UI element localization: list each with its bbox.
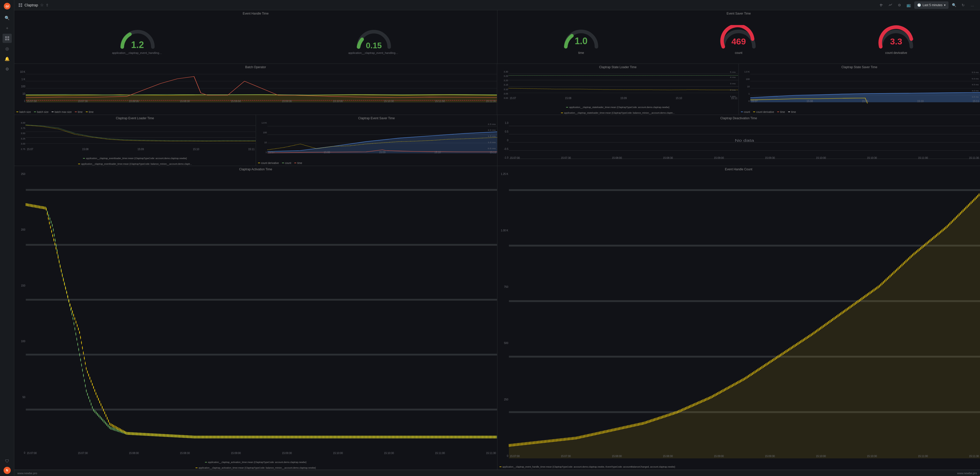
panel-event-saver-time: Event Saver Time 1.0 time [497, 10, 980, 64]
sidebar-item-config[interactable]: ⚙ [3, 64, 12, 73]
svg-text:2.5 ms: 2.5 ms [488, 123, 496, 125]
x-axis-activation: 15:07:00 15:07:30 15:08:00 15:08:30 15:0… [26, 451, 497, 455]
svg-text:1.0 ms: 1.0 ms [488, 141, 496, 143]
y-axis-activation: 250 200 150 100 50 0 [14, 172, 26, 455]
svg-rect-9 [21, 5, 22, 7]
chart-row-3: Claptrap Event Loader Time 4.00 3.75 3.5… [14, 115, 980, 166]
star-icon[interactable]: ☆ [40, 3, 44, 7]
gauge-1-0-time: 1.0 time [503, 25, 660, 55]
legend-act-1: application__claptrap_activation_timer.m… [205, 461, 307, 463]
sidebar-item-shield[interactable]: 🛡 [3, 457, 12, 466]
chart-area-deactivation: No data [509, 121, 980, 160]
svg-rect-8 [19, 5, 20, 7]
bottombar-right: www.newbe.pro [957, 472, 977, 475]
add-panel-button[interactable] [878, 2, 885, 9]
sidebar-item-alerting[interactable]: 🔔 [3, 54, 12, 63]
chart-row-2: Batch Operator 10 K 1 K 100 10 1 [14, 64, 980, 115]
legend-batch-time-2: time [86, 110, 94, 113]
chart-body-deactivation: 1.0 0.5 0 -0.5 -1.0 No data [497, 121, 980, 166]
user-avatar[interactable]: N [3, 467, 11, 474]
gauge-row: Event Handle Time 1.2 [14, 10, 980, 64]
settings-button[interactable]: ⚙ [896, 2, 903, 9]
svg-text:5 ms: 5 ms [730, 71, 736, 73]
x-axis-state-saver: 15:07 15:08 15:09 15:10 15:11 [750, 99, 980, 104]
svg-text:3.5 ms: 3.5 ms [972, 96, 978, 98]
sidebar-item-dashboard[interactable] [3, 34, 12, 43]
zoom-out-button[interactable]: 🔍 [950, 2, 958, 9]
panel-title-event-handle-count: Event Handle Count [497, 166, 980, 172]
svg-rect-5 [7, 38, 9, 40]
svg-text:4.5 ms: 4.5 ms [972, 84, 978, 86]
bottombar: www.newbe.pro www.newbe.pro [14, 470, 980, 476]
panel-title-deactivation: Claptrap Deactivation Time [497, 115, 980, 121]
app-logo: Gf [3, 2, 11, 10]
svg-text:2.0 ms: 2.0 ms [488, 129, 496, 131]
legend-state-saver: count count derivative time time [739, 109, 980, 115]
legend-event-handle-count: application__claptrap_event_handle_timer… [497, 464, 980, 470]
svg-text:5.0 ms: 5.0 ms [972, 78, 978, 80]
panel-state-loader-time: Claptrap State Loader Time 3.30 3.25 3.2… [497, 64, 739, 115]
svg-text:3 ms: 3 ms [730, 83, 736, 85]
svg-text:4 ms: 4 ms [730, 77, 736, 78]
gauge-label-time: time [578, 51, 584, 55]
chart-body-activation: 250 200 150 100 50 0 [14, 172, 497, 461]
chevron-down-icon: ▾ [944, 3, 945, 7]
x-axis-deactivation: 15:07:00 15:07:30 15:08:00 15:08:30 15:0… [509, 155, 980, 160]
dashboard: Event Handle Time 1.2 [14, 10, 980, 470]
graph-view-button[interactable] [887, 2, 894, 9]
legend-el-1: application__claptrap_eventloader_timer.… [83, 157, 187, 160]
gauge-0-15: 0.15 application__claptrap_event_handlin… [256, 25, 492, 54]
legend-ss-time-1: time [777, 110, 785, 113]
sidebar-item-add[interactable]: ＋ [3, 24, 12, 33]
time-range-selector[interactable]: 🕐 Last 5 minutes ▾ [915, 2, 948, 9]
dashboard-grid-icon [18, 3, 22, 7]
page-title: Claptrap [24, 3, 38, 7]
share-icon[interactable]: ⇧ [46, 3, 49, 7]
bottombar-left: www.newbe.pro [18, 472, 37, 475]
panel-event-handle-count: Event Handle Count 1.25 K 1.00 K 750 500… [497, 166, 980, 470]
chart-area-batch [26, 69, 497, 104]
y-axis-event-saver: 1.0 K 100 10 1 [256, 121, 267, 155]
panel-title-activation: Claptrap Activation Time [14, 166, 497, 172]
topbar: Claptrap ☆ ⇧ ⚙ 📺 🕐 Last 5 minutes ▾ 🔍 ↻ … [14, 0, 980, 10]
gauge-label-count-deriv: count devivative [885, 51, 907, 55]
svg-rect-7 [21, 3, 22, 5]
panel-title-event-saver-chart: Claptrap Event Saver Time [256, 115, 497, 121]
panel-title-state-loader: Claptrap State Loader Time [497, 64, 738, 69]
svg-rect-4 [5, 38, 7, 40]
y-axis-state-loader: 3.30 3.25 3.20 3.15 3.10 3.05 3.00 [497, 69, 509, 101]
legend-batch-size-2: batch size [34, 110, 48, 113]
time-range-label: Last 5 minutes [923, 3, 942, 7]
refresh-button[interactable]: ↻ [959, 2, 967, 9]
chart-body-event-saver: 1.0 K 100 10 1 [256, 121, 497, 160]
chart-area-event-saver: 2.5 ms 2.0 ms 1.5 ms 1.0 ms 0.5 ms [267, 121, 497, 155]
gauge-svg-1-2: 1.2 [117, 25, 158, 51]
legend-batch-max-size: batch max size [52, 110, 72, 113]
y-axis-event-handle-count: 1.25 K 1.00 K 750 500 250 0 [497, 172, 509, 458]
clock-icon: 🕐 [917, 3, 921, 7]
sidebar-item-explore[interactable]: ◎ [3, 44, 12, 53]
chart-body-event-loader: 4.00 3.75 3.50 3.25 3.00 2.75 [14, 121, 256, 157]
chart-body-state-saver: 1.0 K 100 10 1 0 [739, 69, 980, 109]
gauge-container-event-handle: 1.2 application__claptrap_event_handling… [14, 16, 497, 64]
y-axis-event-loader: 4.00 3.75 3.50 3.25 3.00 2.75 [14, 121, 26, 152]
svg-rect-2 [5, 36, 7, 38]
svg-rect-3 [7, 36, 9, 38]
legend-sl-2: application__claptrap_stateloader_timer.… [561, 112, 675, 114]
gauge-469-count: 469 count [660, 25, 818, 55]
chart-body-batch: 10 K 1 K 100 10 1 [14, 69, 497, 109]
gauge-svg-3-3: 3.3 [876, 25, 916, 51]
gauge-label-count: count [735, 51, 742, 55]
svg-text:Gf: Gf [5, 5, 9, 8]
legend-es-count-deriv: count derivative [258, 161, 279, 165]
legend-ss-count-deriv: count derivative [753, 110, 774, 113]
chart-body-state-loader: 3.30 3.25 3.20 3.15 3.10 3.05 3.00 [497, 69, 738, 106]
legend-ss-time-2: time [788, 110, 796, 113]
legend-batch: batch size batch size batch max size tim… [14, 109, 497, 115]
more-button[interactable]: … [969, 2, 976, 9]
sidebar-item-search[interactable]: 🔍 [3, 13, 12, 22]
legend-state-loader: application__claptrap_stateloader_timer.… [497, 106, 738, 115]
tv-mode-button[interactable]: 📺 [905, 2, 912, 9]
svg-text:2 ms: 2 ms [730, 89, 736, 91]
x-axis-event-handle-count: 15:07:00 15:07:30 15:08:00 15:08:30 15:0… [509, 454, 980, 458]
